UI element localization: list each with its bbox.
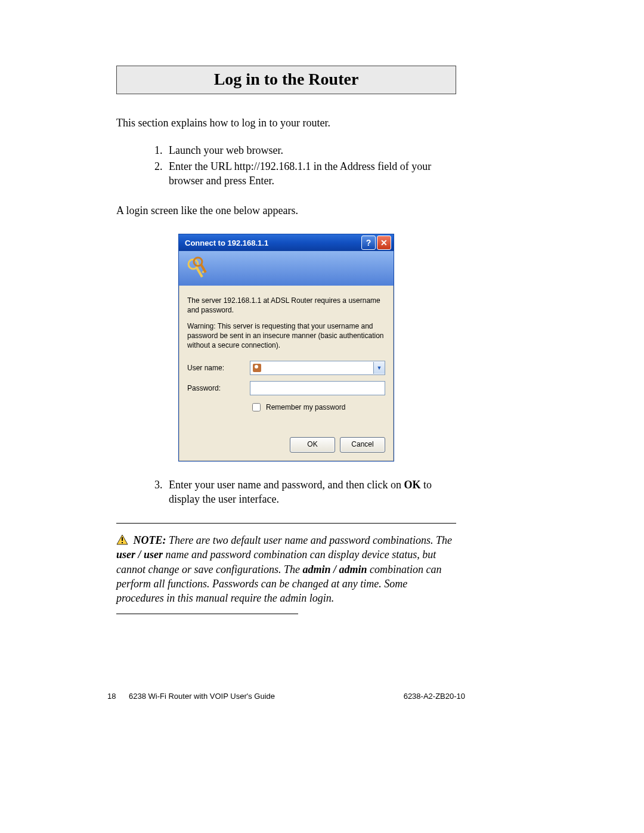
- password-input[interactable]: [250, 382, 385, 394]
- dialog-title: Connect to 192.168.1.1: [185, 239, 268, 247]
- step-3: Enter your user name and password, and t…: [165, 478, 456, 506]
- warning-message: Warning: This server is requesting that …: [187, 322, 385, 350]
- svg-rect-1: [196, 267, 203, 278]
- remember-label: Remember my password: [266, 403, 345, 411]
- cancel-button[interactable]: Cancel: [340, 437, 385, 453]
- user-icon: [253, 364, 261, 372]
- page-content: Log in to the Router This section explai…: [116, 66, 456, 614]
- footer-title: 6238 Wi-Fi Router with VOIP User's Guide: [129, 692, 404, 701]
- step-2: Enter the URL http://192.168.1.1 in the …: [165, 160, 456, 188]
- note-t1: There are two default user name and pass…: [169, 534, 452, 546]
- footer-code: 6238-A2-ZB20-10: [404, 692, 465, 701]
- dialog-buttons: OK Cancel: [187, 437, 385, 453]
- username-row: User name: ▼: [187, 361, 385, 375]
- remember-checkbox[interactable]: [252, 403, 261, 411]
- username-dropdown-button[interactable]: ▼: [373, 362, 385, 374]
- dialog-titlebar[interactable]: Connect to 192.168.1.1 ? ✕: [179, 234, 394, 251]
- login-appears-text: A login screen like the one below appear…: [116, 205, 456, 217]
- svg-rect-7: [122, 542, 123, 543]
- page-title: Log in to the Router: [117, 70, 456, 89]
- dialog-body: The server 192.168.1.1 at ADSL Router re…: [179, 286, 394, 461]
- divider: [116, 523, 456, 524]
- ok-button[interactable]: OK: [290, 437, 335, 453]
- close-icon: ✕: [380, 238, 388, 247]
- close-button[interactable]: ✕: [377, 236, 391, 250]
- steps-list-1: Launch your web browser. Enter the URL h…: [116, 144, 456, 188]
- page-number: 18: [107, 692, 129, 701]
- keys-icon: [185, 256, 211, 282]
- help-icon: ?: [366, 238, 371, 247]
- warning-icon: [116, 534, 128, 545]
- help-button[interactable]: ?: [361, 236, 376, 250]
- note-underline: [116, 614, 298, 614]
- username-label: User name:: [187, 364, 250, 372]
- step3-ok: OK: [404, 479, 420, 491]
- password-row: Password:: [187, 381, 385, 395]
- server-message: The server 192.168.1.1 at ADSL Router re…: [187, 296, 385, 315]
- step3-part-a: Enter your user name and password, and t…: [169, 479, 404, 491]
- dialog-banner: [179, 251, 394, 286]
- password-input-wrap[interactable]: [250, 381, 385, 395]
- note-c1: user / user: [116, 549, 163, 561]
- step-1: Launch your web browser.: [165, 144, 456, 157]
- note-block: NOTE: There are two default user name an…: [116, 533, 456, 614]
- intro-text: This section explains how to log in to y…: [116, 117, 456, 129]
- note-c2: admin / admin: [302, 563, 367, 575]
- username-input[interactable]: [264, 362, 373, 374]
- note-label: NOTE:: [134, 534, 169, 546]
- steps-list-2: Enter your user name and password, and t…: [116, 478, 456, 506]
- heading-box: Log in to the Router: [116, 66, 456, 94]
- chevron-down-icon: ▼: [377, 365, 382, 371]
- username-input-wrap[interactable]: ▼: [250, 361, 385, 375]
- login-dialog: Connect to 192.168.1.1 ? ✕ The server 19…: [178, 234, 394, 462]
- svg-rect-6: [122, 537, 123, 541]
- page-footer: 18 6238 Wi-Fi Router with VOIP User's Gu…: [107, 692, 465, 701]
- remember-row: Remember my password: [250, 401, 385, 413]
- password-label: Password:: [187, 384, 250, 392]
